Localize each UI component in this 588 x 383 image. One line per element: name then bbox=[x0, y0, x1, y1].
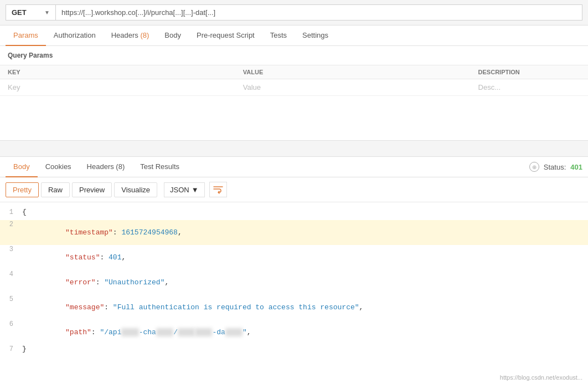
table-row: Key Value Desc... bbox=[0, 79, 588, 96]
query-params-title: Query Params bbox=[0, 46, 588, 65]
col-header-value: VALUE bbox=[235, 65, 471, 79]
code-area: 1 { 2 "timestamp": 1615724954968, 3 "sta… bbox=[0, 202, 588, 362]
format-bar: Pretty Raw Preview Visualize JSON ▼ bbox=[0, 177, 588, 202]
chevron-down-icon: ▼ bbox=[192, 186, 199, 194]
params-table: KEY VALUE DESCRIPTION Key Value Desc... bbox=[0, 65, 588, 96]
chevron-down-icon: ▼ bbox=[44, 9, 50, 16]
format-type-dropdown[interactable]: JSON ▼ bbox=[164, 182, 205, 197]
response-tabs: Body Cookies Headers (8) Test Results ⊕ … bbox=[0, 157, 588, 177]
tab-prerequest[interactable]: Pre-request Script bbox=[189, 25, 262, 46]
globe-icon: ⊕ bbox=[529, 162, 539, 172]
code-line-1: 1 { bbox=[0, 208, 588, 220]
status-badge: 401 bbox=[570, 163, 582, 171]
status-label: Status: bbox=[544, 163, 566, 171]
param-desc[interactable]: Desc... bbox=[471, 79, 588, 96]
resp-tab-body[interactable]: Body bbox=[6, 157, 38, 177]
fmt-visualize[interactable]: Visualize bbox=[114, 182, 157, 197]
code-line-4: 4 "error": "Unauthorized", bbox=[0, 270, 588, 295]
col-header-key: KEY bbox=[0, 65, 235, 79]
fmt-pretty[interactable]: Pretty bbox=[6, 182, 39, 197]
request-tabs: Params Authorization Headers (8) Body Pr… bbox=[0, 25, 588, 46]
param-key[interactable]: Key bbox=[0, 79, 235, 96]
code-line-7: 7 } bbox=[0, 345, 588, 357]
param-value[interactable]: Value bbox=[235, 79, 471, 96]
format-type-label: JSON bbox=[170, 186, 189, 194]
method-dropdown[interactable]: GET ▼ bbox=[6, 4, 55, 21]
url-bar: GET ▼ bbox=[0, 0, 588, 25]
resp-tab-cookies[interactable]: Cookies bbox=[38, 157, 79, 177]
fmt-raw[interactable]: Raw bbox=[41, 182, 70, 197]
tab-params[interactable]: Params bbox=[6, 25, 46, 46]
fmt-preview[interactable]: Preview bbox=[72, 182, 112, 197]
resp-tab-test-results[interactable]: Test Results bbox=[132, 157, 187, 177]
code-line-2: 2 "timestamp": 1615724954968, bbox=[0, 220, 588, 245]
url-input[interactable] bbox=[55, 4, 582, 21]
section-divider bbox=[0, 140, 588, 157]
tab-authorization[interactable]: Authorization bbox=[46, 25, 104, 46]
wrap-icon[interactable] bbox=[209, 182, 227, 197]
tab-headers[interactable]: Headers (8) bbox=[104, 25, 157, 46]
tab-tests[interactable]: Tests bbox=[262, 25, 295, 46]
code-line-5: 5 "message": "Full authentication is req… bbox=[0, 295, 588, 320]
tab-settings[interactable]: Settings bbox=[295, 25, 336, 46]
col-header-desc: DESCRIPTION bbox=[471, 65, 588, 79]
status-area: ⊕ Status: 401 bbox=[529, 162, 582, 172]
code-line-3: 3 "status": 401, bbox=[0, 245, 588, 270]
code-line-6: 6 "path": "/api████-cha████/████████-da█… bbox=[0, 320, 588, 345]
tab-body[interactable]: Body bbox=[157, 25, 189, 46]
resp-tab-headers[interactable]: Headers (8) bbox=[79, 157, 133, 177]
method-label: GET bbox=[12, 8, 27, 17]
